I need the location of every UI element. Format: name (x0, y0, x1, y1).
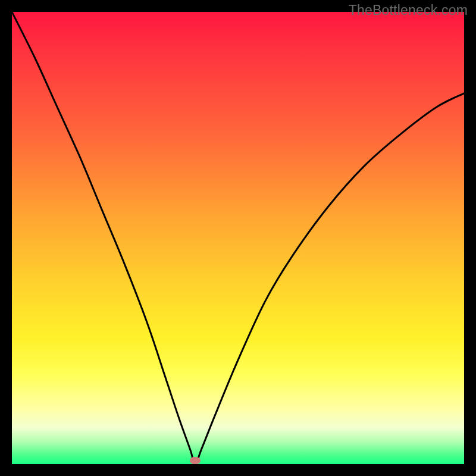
minimum-marker (190, 457, 201, 464)
chart-frame: TheBottleneck.com (0, 0, 476, 476)
watermark-text: TheBottleneck.com (349, 2, 468, 18)
curve-svg (12, 12, 464, 464)
plot-area (12, 12, 464, 464)
bottleneck-curve (12, 12, 464, 464)
